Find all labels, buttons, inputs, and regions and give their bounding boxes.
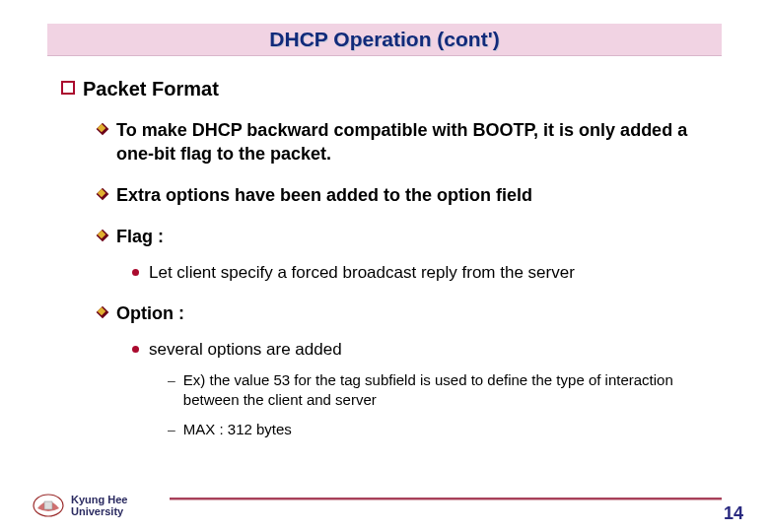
title-bar: DHCP Operation (cont') [47, 24, 722, 56]
footer: Kyung Hee University [32, 493, 127, 518]
footer-line2: University [71, 505, 123, 517]
university-logo-icon [32, 493, 65, 518]
lvl2-text: To make DHCP backward compatible with BO… [116, 118, 712, 166]
diamond-bullet-icon [97, 123, 108, 135]
dash-bullet-icon: – [168, 420, 175, 439]
bullet-lvl3: several options are added [132, 339, 712, 361]
square-bullet-icon [61, 81, 75, 95]
dot-bullet-icon [132, 346, 139, 353]
lvl4-text: MAX : 312 bytes [183, 420, 292, 439]
footer-text: Kyung Hee University [71, 494, 127, 517]
bullet-lvl1: Packet Format [61, 77, 712, 100]
bullet-lvl2: Extra options have been added to the opt… [97, 183, 712, 207]
lvl3-text: several options are added [149, 339, 342, 361]
bullet-lvl2: To make DHCP backward compatible with BO… [97, 118, 712, 166]
dot-bullet-icon [132, 269, 139, 276]
lvl2-text: Extra options have been added to the opt… [116, 183, 532, 207]
lvl1-text: Packet Format [83, 77, 219, 100]
diamond-bullet-icon [97, 230, 108, 241]
slide: DHCP Operation (cont') Packet Format To … [0, 0, 769, 532]
lvl2-text: Option : [116, 301, 184, 325]
dash-bullet-icon: – [168, 370, 175, 390]
lvl2-text: Flag : [116, 225, 164, 248]
footer-line1: Kyung Hee [71, 494, 127, 505]
page-number: 14 [724, 503, 743, 524]
slide-title: DHCP Operation (cont') [269, 28, 499, 51]
footer-divider [170, 498, 722, 500]
bullet-lvl3: Let client specify a forced broadcast re… [132, 262, 712, 284]
bullet-lvl4: – Ex) the value 53 for the tag subfield … [168, 370, 712, 410]
bullet-lvl4: – MAX : 312 bytes [168, 420, 712, 439]
svg-rect-1 [44, 501, 52, 509]
lvl4-text: Ex) the value 53 for the tag subfield is… [183, 370, 712, 410]
lvl3-text: Let client specify a forced broadcast re… [149, 262, 575, 284]
content-area: Packet Format To make DHCP backward comp… [61, 77, 712, 439]
bullet-lvl2: Flag : [97, 225, 712, 248]
diamond-bullet-icon [97, 306, 108, 318]
diamond-bullet-icon [97, 188, 108, 200]
bullet-lvl2: Option : [97, 301, 712, 325]
